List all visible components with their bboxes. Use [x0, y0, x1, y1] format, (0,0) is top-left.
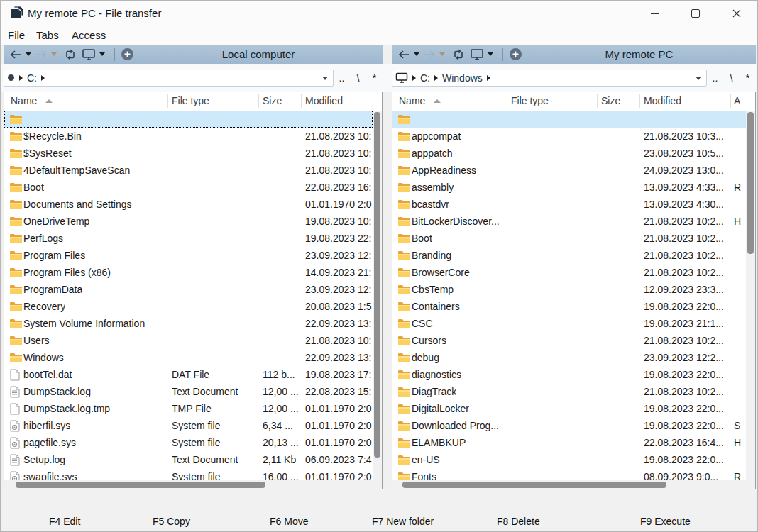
scroll-thumb[interactable]	[402, 482, 666, 488]
column-separator[interactable]	[301, 94, 302, 108]
folder-row[interactable]: Downloaded Prog...19.08.2023 22:0...S	[392, 417, 746, 434]
folder-row[interactable]: assembly13.09.2023 4:33...R	[392, 179, 746, 196]
folder-row[interactable]: Program Files (x86)14.09.2023 21:	[4, 264, 373, 281]
vertical-scrollbar[interactable]	[373, 111, 382, 480]
path-dropdown-icon[interactable]	[322, 77, 328, 80]
path-dropdown-icon[interactable]	[696, 77, 701, 80]
folder-row[interactable]: bcastdvr13.09.2023 4:30...	[392, 196, 746, 213]
column-separator[interactable]	[639, 94, 640, 108]
file-row[interactable]: DumpStack.logText Document12,00 ...22.08…	[4, 383, 373, 400]
file-row[interactable]: pagefile.sysSystem file20,13 ...01.01.19…	[4, 434, 373, 451]
folder-row[interactable]: AppReadiness24.09.2023 13:0...	[392, 162, 746, 179]
menu-tabs[interactable]: Tabs	[36, 29, 59, 41]
folder-row[interactable]: CSC19.08.2023 21:1...	[392, 315, 746, 332]
column-header-file-type[interactable]: File type	[172, 92, 209, 110]
filter-button[interactable]: *	[740, 72, 756, 84]
back-history-dropdown-icon[interactable]	[414, 52, 419, 56]
folder-row[interactable]: OneDriveTemp19.08.2023 10:	[4, 213, 373, 230]
filter-button[interactable]: *	[366, 72, 383, 84]
add-tab-button[interactable]	[509, 45, 522, 64]
folder-row[interactable]: BrowserCore21.08.2023 10:2...	[392, 264, 746, 281]
folder-row[interactable]: Containers19.08.2023 22:0...	[392, 298, 746, 315]
folder-row[interactable]: CbsTemp12.09.2023 23:3...	[392, 281, 746, 298]
refresh-button[interactable]	[63, 45, 77, 64]
folder-row[interactable]: DigitalLocker19.08.2023 22:0...	[392, 400, 746, 417]
root-dir-button[interactable]: \	[723, 72, 740, 84]
back-history-dropdown-icon[interactable]	[26, 52, 31, 56]
folder-row[interactable]: en-US19.08.2023 22:0...	[392, 451, 746, 468]
forward-history-dropdown-icon[interactable]	[439, 52, 445, 56]
column-header-size[interactable]: Size	[601, 92, 620, 110]
menu-access[interactable]: Access	[72, 29, 106, 41]
folder-row[interactable]: DiagTrack21.08.2023 10:2...	[392, 383, 746, 400]
column-header-size[interactable]: Size	[263, 92, 282, 110]
column-separator[interactable]	[258, 94, 259, 108]
folder-row[interactable]: ProgramData23.09.2023 12:	[4, 281, 373, 298]
breadcrumb-caret-icon[interactable]	[487, 75, 490, 81]
local-path-field[interactable]: C:	[4, 70, 334, 87]
monitor-view-button[interactable]	[470, 45, 484, 64]
folder-row[interactable]: ELAMBKUP22.08.2023 16:4...H	[392, 434, 746, 451]
breadcrumb-caret-icon[interactable]	[434, 75, 438, 81]
folder-row[interactable]: Users21.08.2023 10:	[4, 332, 373, 349]
folder-row[interactable]: PerfLogs19.08.2023 22:	[4, 230, 373, 247]
path-segment[interactable]: Windows	[442, 72, 483, 84]
breadcrumb-caret-icon[interactable]	[41, 75, 45, 81]
folder-row[interactable]: debug23.09.2023 12:2...	[392, 349, 746, 366]
back-button[interactable]	[397, 45, 410, 64]
monitor-icon[interactable]	[395, 72, 408, 83]
menu-file[interactable]: File	[8, 29, 25, 41]
column-header-modified[interactable]: Modified	[305, 92, 343, 110]
scroll-thumb[interactable]	[747, 112, 754, 254]
column-separator[interactable]	[730, 94, 731, 108]
f8-delete-button[interactable]: F8 Delete	[497, 516, 540, 527]
folder-row[interactable]: apppatch23.08.2023 10:5...	[392, 145, 746, 162]
column-header-name[interactable]: Name	[399, 92, 425, 110]
column-separator[interactable]	[507, 94, 507, 108]
folder-row[interactable]: System Volume Information22.09.2023 13:	[4, 315, 373, 332]
folder-row[interactable]: Documents and Settings01.01.1970 2:0	[4, 196, 373, 213]
column-separator[interactable]	[167, 94, 168, 108]
root-dir-button[interactable]: \	[350, 72, 366, 84]
monitor-view-dropdown-icon[interactable]	[488, 52, 493, 56]
file-row[interactable]: hiberfil.sysSystem file6,34 ...01.01.197…	[4, 417, 373, 434]
file-row[interactable]: Setup.logText Document2,11 Kb06.09.2023 …	[4, 451, 373, 468]
column-header-a[interactable]: A	[734, 92, 740, 110]
path-segment[interactable]: C:	[420, 72, 430, 84]
file-row[interactable]: swapfile.sysSystem file16,00 ...01.01.19…	[4, 468, 373, 480]
folder-row[interactable]: $SysReset21.08.2023 10:	[4, 145, 373, 162]
back-button[interactable]	[9, 45, 22, 64]
folder-row[interactable]: BitLockerDiscover...21.08.2023 10:2...H	[392, 213, 746, 230]
refresh-button[interactable]	[451, 45, 466, 64]
folder-row[interactable]: appcompat21.08.2023 10:3...	[392, 128, 746, 145]
forward-button[interactable]	[35, 45, 48, 64]
column-header-modified[interactable]: Modified	[644, 92, 681, 110]
parent-dir-button[interactable]: ..	[334, 72, 350, 84]
vertical-scrollbar[interactable]	[746, 111, 755, 480]
f9-execute-button[interactable]: F9 Execute	[640, 516, 691, 527]
f4-edit-button[interactable]: F4 Edit	[49, 516, 80, 527]
folder-row[interactable]: Windows22.09.2023 13:	[4, 349, 373, 366]
f7-new-folder-button[interactable]: F7 New folder	[372, 516, 434, 527]
path-segment[interactable]: C:	[27, 72, 37, 84]
folder-row[interactable]: diagnostics19.08.2023 22:0...	[392, 366, 746, 383]
maximize-button[interactable]	[675, 1, 716, 26]
folder-row[interactable]: Program Files23.09.2023 12:	[4, 247, 373, 264]
f5-copy-button[interactable]: F5 Copy	[153, 516, 190, 527]
close-button[interactable]	[716, 1, 757, 26]
folder-row[interactable]: Fonts08.09.2023 9:0...R	[392, 468, 746, 480]
forward-history-dropdown-icon[interactable]	[51, 52, 57, 56]
remote-path-field[interactable]: C:Windows	[392, 70, 707, 87]
parent-dir-button[interactable]: ..	[707, 72, 723, 84]
minimize-button[interactable]	[634, 1, 675, 26]
f6-move-button[interactable]: F6 Move	[270, 516, 308, 527]
column-separator[interactable]	[597, 94, 598, 108]
column-header-file-type[interactable]: File type	[511, 92, 549, 110]
folder-row[interactable]	[4, 111, 373, 128]
breadcrumb-caret-icon[interactable]	[412, 75, 416, 81]
folder-row[interactable]: Recovery20.08.2023 1:5	[4, 298, 373, 315]
monitor-view-dropdown-icon[interactable]	[99, 52, 105, 56]
breadcrumb-caret-icon[interactable]	[19, 75, 23, 81]
folder-row[interactable]: Boot21.08.2023 10:2...	[392, 230, 746, 247]
folder-row[interactable]: $Recycle.Bin21.08.2023 10:	[4, 128, 373, 145]
